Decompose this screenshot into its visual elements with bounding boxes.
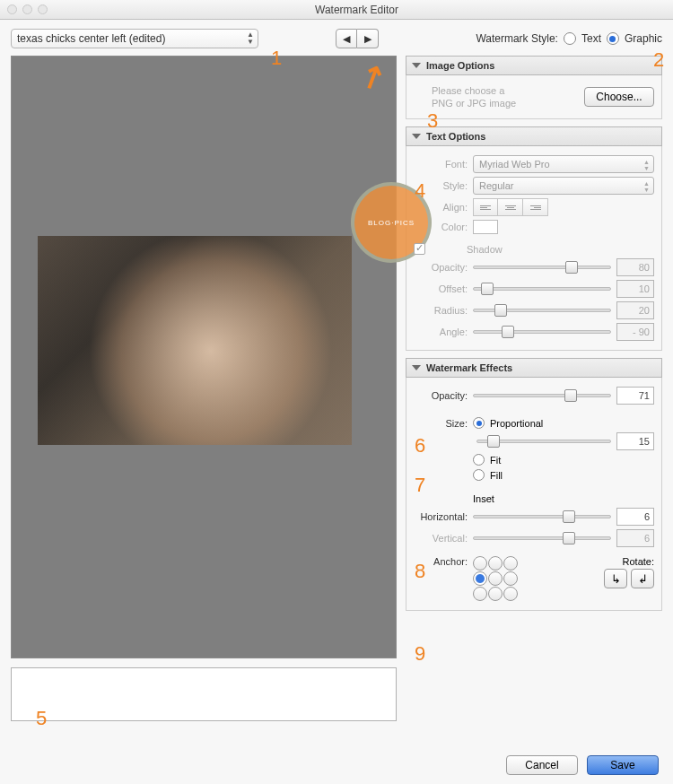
- font-label: Font:: [414, 159, 468, 170]
- choose-image-prompt: Please choose a PNG or JPG image: [414, 84, 516, 109]
- style-label: Watermark Style:: [476, 32, 558, 45]
- settings-panel: Image Options Please choose a PNG or JPG…: [406, 56, 662, 721]
- preset-name: texas chicks center left (edited): [17, 32, 165, 45]
- wm-opacity-slider[interactable]: [473, 388, 611, 404]
- chevron-down-icon: [412, 134, 421, 139]
- annotation-5: 5: [36, 707, 47, 730]
- main-columns: ↗ BLOG·PICS ✦ Image Options Please choos…: [11, 56, 662, 721]
- align-left-button: [473, 198, 498, 216]
- font-style-dropdown: Regular▲▼: [473, 177, 654, 195]
- align-buttons: [473, 198, 548, 216]
- annotation-1: 1: [271, 47, 282, 70]
- top-row: texas chicks center left (edited) ▲▼ ◀ ▶…: [11, 29, 662, 48]
- shadow-label: Shadow: [467, 244, 503, 255]
- preview-column: ↗ BLOG·PICS ✦: [11, 56, 397, 721]
- chevron-down-icon: [412, 63, 421, 68]
- size-proportional-radio[interactable]: [473, 417, 485, 429]
- shadow-radius-slider: [473, 302, 611, 318]
- watermark-effects-header[interactable]: Watermark Effects: [406, 358, 662, 378]
- chevron-down-icon: [412, 365, 421, 370]
- annotation-4: 4: [415, 179, 425, 203]
- watermark-text-input[interactable]: [11, 667, 397, 721]
- anchor-grid[interactable]: [473, 556, 518, 601]
- window-title: Watermark Editor: [48, 4, 666, 16]
- shadow-radius-value: 20: [616, 301, 654, 319]
- style-graphic-label: Graphic: [625, 32, 662, 45]
- inset-vertical-slider: [473, 530, 611, 546]
- rotate-ccw-button[interactable]: ↳: [604, 569, 627, 588]
- watermark-effects-section: Watermark Effects Opacity: 71 Size: Prop…: [406, 358, 662, 611]
- footer: Cancel Save: [506, 755, 659, 775]
- rotate-group: Rotate: ↳ ↲: [604, 556, 654, 588]
- anchor-tl[interactable]: [473, 556, 487, 571]
- anchor-ml[interactable]: [473, 571, 487, 586]
- anchor-mc[interactable]: [488, 571, 503, 586]
- size-proportional-value[interactable]: 15: [616, 432, 654, 450]
- chevron-updown-icon: ▲▼: [247, 31, 254, 46]
- anchor-mr[interactable]: [503, 571, 518, 586]
- shadow-opacity-value: 80: [616, 258, 654, 276]
- anchor-br[interactable]: [503, 587, 518, 601]
- wm-opacity-value[interactable]: 71: [616, 387, 654, 405]
- shadow-opacity-label: Opacity:: [414, 262, 468, 273]
- size-fill-label: Fill: [490, 470, 503, 481]
- size-proportional-label: Proportional: [490, 418, 543, 429]
- anchor-bc[interactable]: [488, 587, 503, 601]
- titlebar: Watermark Editor: [0, 0, 673, 20]
- close-traffic[interactable]: [7, 4, 17, 14]
- next-button[interactable]: ▶: [357, 29, 379, 48]
- annotation-6: 6: [415, 434, 425, 457]
- annotation-arrow-icon: ↗: [354, 55, 391, 98]
- annotation-7: 7: [415, 474, 425, 497]
- preset-dropdown[interactable]: texas chicks center left (edited) ▲▼: [11, 29, 258, 48]
- save-button[interactable]: Save: [587, 755, 659, 775]
- size-fit-radio[interactable]: [473, 454, 485, 466]
- annotation-2: 2: [653, 48, 664, 72]
- style-graphic-radio[interactable]: [607, 32, 619, 45]
- size-fill-radio[interactable]: [473, 469, 485, 481]
- shadow-angle-value: - 90: [616, 323, 654, 341]
- nav-buttons: ◀ ▶: [336, 29, 379, 48]
- prev-button[interactable]: ◀: [336, 29, 357, 48]
- inset-vertical-label: Vertical:: [414, 533, 468, 544]
- preview-photo: ✦: [38, 236, 352, 445]
- size-fit-label: Fit: [490, 455, 501, 466]
- preview-canvas: ↗ BLOG·PICS ✦: [11, 56, 397, 658]
- text-options-section: Text Options Font: Myriad Web Pro▲▼ Styl…: [406, 126, 662, 351]
- image-options-header[interactable]: Image Options: [406, 56, 662, 75]
- inset-horizontal-label: Horizontal:: [414, 511, 468, 522]
- inset-horizontal-value[interactable]: 6: [616, 508, 654, 526]
- inset-vertical-value: 6: [616, 529, 654, 547]
- align-right-button: [523, 198, 548, 216]
- align-center-button: [498, 198, 523, 216]
- shadow-radius-label: Radius:: [414, 305, 468, 316]
- zoom-traffic[interactable]: [38, 4, 48, 14]
- annotation-3: 3: [427, 109, 438, 133]
- shadow-offset-value: 10: [616, 280, 654, 298]
- minimize-traffic[interactable]: [22, 4, 32, 14]
- wm-opacity-label: Opacity:: [414, 390, 468, 401]
- shadow-angle-label: Angle:: [414, 327, 468, 337]
- size-proportional-slider[interactable]: [476, 433, 611, 449]
- annotation-9: 9: [415, 642, 425, 666]
- inset-label: Inset: [473, 493, 494, 504]
- text-options-header[interactable]: Text Options: [406, 126, 662, 146]
- anchor-tr[interactable]: [503, 556, 518, 571]
- size-label: Size:: [414, 418, 468, 429]
- shadow-offset-label: Offset:: [414, 283, 468, 294]
- choose-image-button[interactable]: Choose...: [584, 87, 654, 107]
- style-text-radio[interactable]: [564, 32, 576, 45]
- traffic-lights: [7, 4, 48, 14]
- anchor-bl[interactable]: [473, 587, 487, 601]
- color-swatch: [473, 220, 498, 234]
- shadow-angle-slider: [473, 324, 611, 340]
- rotate-cw-button[interactable]: ↲: [631, 569, 654, 588]
- watermark-effects-title: Watermark Effects: [426, 362, 512, 373]
- image-options-section: Image Options Please choose a PNG or JPG…: [406, 56, 662, 119]
- style-text-label: Text: [581, 32, 601, 45]
- shadow-offset-slider: [473, 281, 611, 297]
- inset-horizontal-slider[interactable]: [473, 509, 611, 525]
- anchor-tc[interactable]: [488, 556, 503, 571]
- cancel-button[interactable]: Cancel: [506, 755, 578, 775]
- annotation-8: 8: [415, 560, 425, 583]
